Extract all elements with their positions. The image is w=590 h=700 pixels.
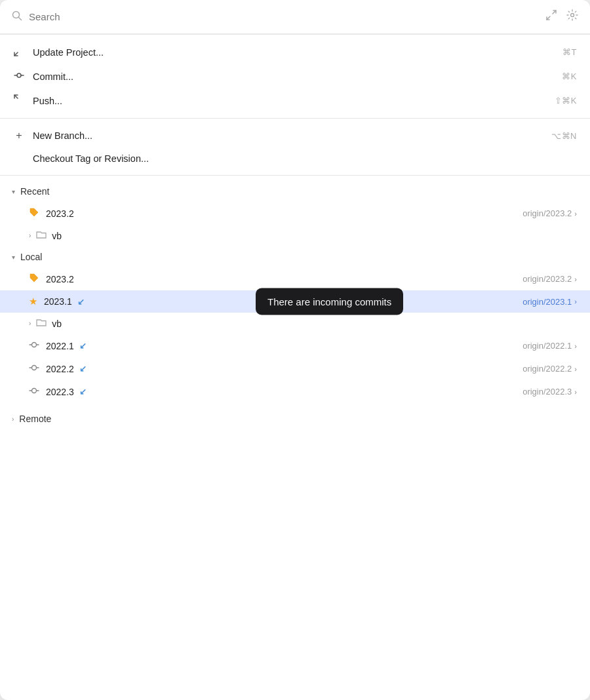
branch-origin-text: origin/2022.1 (522, 341, 572, 351)
checkout-tag-button[interactable]: Checkout Tag or Revision... (0, 147, 590, 170)
svg-line-1 (19, 17, 22, 20)
branch-commit-icon (29, 340, 39, 352)
new-branch-label: New Branch... (33, 130, 92, 141)
recent-folder-vb[interactable]: › vb (0, 225, 590, 246)
main-window: Update Project... ⌘T Commit... ⌘K (0, 0, 590, 700)
local-branch-2023.2[interactable]: 2023.2 origin/2023.2 › (0, 267, 590, 290)
commit-shortcut: ⌘K (562, 71, 577, 81)
search-icon (12, 10, 22, 24)
branch-origin: origin/2023.2 › (522, 274, 577, 284)
new-branch-button[interactable]: + New Branch... ⌥⌘N (0, 124, 590, 147)
branch-origin: origin/2022.3 › (522, 387, 577, 397)
commit-icon (13, 70, 25, 83)
folder-name-text: vb (52, 231, 62, 241)
branch-origin: origin/2023.2 › (522, 208, 577, 218)
origin-arrow-icon: › (574, 210, 577, 218)
local-section-label: Local (20, 252, 42, 262)
local-branch-2023.1[interactable]: ★ 2023.1 ↙ origin/2023.1 › There are inc… (0, 290, 590, 313)
folder-chevron-right-icon: › (29, 320, 31, 327)
branch-name-text: 2023.2 (46, 208, 74, 219)
star-icon: ★ (29, 296, 37, 307)
branch-origin-text: origin/2023.1 (522, 297, 572, 307)
update-project-shortcut: ⌘T (562, 47, 577, 57)
incoming-commits-arrow-icon: ↙ (77, 297, 85, 307)
tag-icon (29, 273, 39, 285)
branch-origin: origin/2023.1 › (522, 297, 577, 307)
branch-commit-icon (29, 385, 39, 398)
commit-button[interactable]: Commit... ⌘K (0, 64, 590, 88)
branch-origin: origin/2022.2 › (522, 364, 577, 374)
tag-icon (29, 207, 39, 220)
recent-chevron-down-icon: ▾ (12, 188, 15, 195)
search-input[interactable] (29, 11, 539, 22)
remote-chevron-right-icon: › (12, 416, 14, 423)
branch-origin-text: origin/2022.2 (522, 364, 572, 374)
remote-section: › Remote (0, 403, 590, 440)
local-branch-2022.1[interactable]: 2022.1 ↙ origin/2022.1 › (0, 334, 590, 357)
search-actions (545, 9, 578, 24)
folder-icon (36, 230, 47, 241)
svg-point-16 (32, 389, 37, 393)
update-project-button[interactable]: Update Project... ⌘T (0, 40, 590, 64)
recent-branch-2023.2[interactable]: 2023.2 origin/2023.2 › (0, 202, 590, 225)
search-bar (0, 0, 590, 34)
folder-icon (36, 318, 47, 329)
svg-point-4 (571, 14, 574, 17)
svg-point-13 (32, 366, 37, 370)
origin-arrow-icon: › (574, 275, 577, 283)
checkout-tag-label: Checkout Tag or Revision... (33, 153, 149, 164)
branch-origin-text: origin/2022.3 (522, 387, 572, 397)
menu-section-2: + New Branch... ⌥⌘N Checkout Tag or Revi… (0, 119, 590, 175)
new-branch-shortcut: ⌥⌘N (551, 131, 577, 141)
branch-name-text: 2023.2 (46, 274, 74, 284)
remote-section-label: Remote (19, 414, 51, 424)
folder-name-text: vb (52, 319, 62, 329)
new-branch-icon: + (13, 130, 25, 142)
branch-origin: origin/2022.1 › (522, 341, 577, 351)
commit-label: Commit... (33, 71, 73, 82)
remote-section-header[interactable]: › Remote (0, 408, 590, 429)
push-icon (13, 94, 25, 107)
folder-chevron-right-icon: › (29, 232, 31, 239)
incoming-commits-arrow-icon: ↙ (79, 387, 87, 397)
origin-arrow-icon: › (574, 298, 577, 305)
menu-section-1: Update Project... ⌘T Commit... ⌘K (0, 35, 590, 118)
origin-arrow-icon: › (574, 388, 577, 396)
branch-name-text: 2022.2 (46, 364, 74, 374)
push-label: Push... (33, 96, 62, 106)
svg-point-6 (17, 73, 21, 77)
resize-icon[interactable] (545, 9, 557, 24)
origin-arrow-icon: › (574, 365, 577, 373)
incoming-commits-arrow-icon: ↙ (79, 364, 87, 374)
branch-name-text: 2022.3 (46, 387, 74, 397)
recent-section-header[interactable]: ▾ Recent (0, 181, 590, 202)
origin-arrow-icon: › (574, 342, 577, 350)
gear-icon[interactable] (566, 9, 578, 24)
recent-section-label: Recent (20, 186, 49, 197)
branch-origin-text: origin/2023.2 (522, 274, 572, 284)
branch-name-text: 2022.1 (46, 341, 74, 351)
update-project-icon (13, 46, 25, 58)
local-chevron-down-icon: ▾ (12, 254, 15, 261)
local-folder-vb[interactable]: › vb (0, 313, 590, 334)
incoming-commits-arrow-icon: ↙ (79, 341, 87, 351)
push-shortcut: ⇧⌘K (555, 96, 577, 106)
svg-point-10 (32, 343, 37, 347)
local-section-header[interactable]: ▾ Local (0, 246, 590, 267)
branch-commit-icon (29, 362, 39, 375)
branch-name-text: 2023.1 (44, 296, 72, 307)
push-button[interactable]: Push... ⇧⌘K (0, 88, 590, 113)
branch-list: ▾ Recent 2023.2 origin/2023.2 › › (0, 176, 590, 700)
local-branch-2022.2[interactable]: 2022.2 ↙ origin/2022.2 › (0, 357, 590, 380)
local-branch-2022.3[interactable]: 2022.3 ↙ origin/2022.3 › (0, 380, 590, 403)
update-project-label: Update Project... (33, 47, 104, 58)
branch-origin-text: origin/2023.2 (522, 208, 572, 218)
